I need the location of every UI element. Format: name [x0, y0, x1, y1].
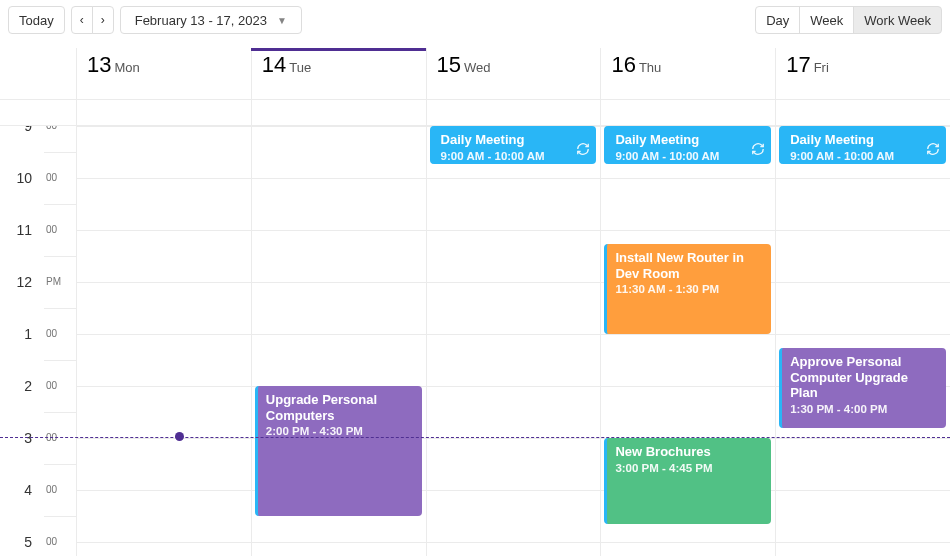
time-cell[interactable] [775, 231, 950, 282]
allday-cell[interactable] [775, 100, 950, 125]
time-cell[interactable] [775, 179, 950, 230]
day-number: 16 [611, 52, 635, 78]
day-number: 17 [786, 52, 810, 78]
hour-row: 1000 [0, 178, 950, 230]
calendar-event[interactable]: Approve Personal Computer Upgrade Plan1:… [779, 348, 946, 428]
view-workweek-button[interactable]: Work Week [853, 6, 942, 34]
day-header[interactable]: 14Tue [251, 48, 426, 99]
calendar-event[interactable]: Daily Meeting9:00 AM - 10:00 AM [604, 126, 771, 164]
calendar-event[interactable]: Daily Meeting9:00 AM - 10:00 AM [430, 126, 597, 164]
time-cell[interactable] [251, 179, 426, 230]
time-cell[interactable] [600, 179, 775, 230]
calendar-allday-row [0, 100, 950, 126]
hour-row: 300 [0, 438, 950, 490]
calendar-event[interactable]: New Brochures3:00 PM - 4:45 PM [604, 438, 771, 524]
event-title: Approve Personal Computer Upgrade Plan [790, 354, 938, 401]
day-number: 15 [437, 52, 461, 78]
hour-row: 400 [0, 490, 950, 542]
hour-label: 11 [10, 222, 32, 238]
chevron-left-icon: ‹ [80, 14, 84, 26]
event-time: 11:30 AM - 1:30 PM [615, 283, 763, 295]
hour-sublabel: 00 [46, 328, 57, 339]
calendar-time-grid[interactable]: 9001000110012PM100200300400500 [0, 126, 950, 556]
time-cell[interactable] [426, 491, 601, 542]
time-cell[interactable] [426, 335, 601, 386]
time-cell[interactable] [426, 231, 601, 282]
hour-label: 10 [10, 170, 32, 186]
calendar-toolbar: Today ‹ › February 13 - 17, 2023 ▼ Day W… [0, 0, 950, 42]
hour-label: 2 [10, 378, 32, 394]
time-cell[interactable] [251, 543, 426, 556]
hour-label: 1 [10, 326, 32, 342]
time-cell[interactable] [600, 335, 775, 386]
time-cell[interactable] [76, 283, 251, 334]
caret-down-icon: ▼ [277, 15, 287, 26]
time-cell[interactable] [600, 543, 775, 556]
today-button[interactable]: Today [8, 6, 65, 34]
time-cell[interactable] [426, 439, 601, 490]
weekday-label: Wed [464, 60, 491, 75]
event-title: Daily Meeting [615, 132, 763, 148]
calendar-header-row: 13Mon14Tue15Wed16Thu17Fri [0, 48, 950, 100]
allday-cell[interactable] [600, 100, 775, 125]
time-cell[interactable] [775, 543, 950, 556]
time-cell[interactable] [251, 335, 426, 386]
day-header[interactable]: 15Wed [426, 48, 601, 99]
time-cell[interactable] [775, 491, 950, 542]
time-cell[interactable] [76, 231, 251, 282]
hour-gutter: 500 [0, 542, 76, 556]
day-header[interactable]: 16Thu [600, 48, 775, 99]
weekday-label: Mon [114, 60, 139, 75]
time-cell[interactable] [426, 387, 601, 438]
time-cell[interactable] [76, 439, 251, 490]
event-title: Daily Meeting [441, 132, 589, 148]
hour-sublabel: 00 [46, 224, 57, 235]
calendar-surface: 13Mon14Tue15Wed16Thu17Fri 9001000110012P… [0, 48, 950, 556]
event-time: 3:00 PM - 4:45 PM [615, 462, 763, 474]
time-cell[interactable] [76, 127, 251, 178]
hour-sublabel: 00 [46, 380, 57, 391]
event-time: 9:00 AM - 10:00 AM [615, 150, 763, 162]
date-range-picker[interactable]: February 13 - 17, 2023 ▼ [120, 6, 302, 34]
allday-cell[interactable] [251, 100, 426, 125]
time-cell[interactable] [426, 543, 601, 556]
hour-label: 3 [10, 430, 32, 446]
calendar-event[interactable]: Install New Router in Dev Room11:30 AM -… [604, 244, 771, 334]
hour-label: 5 [10, 534, 32, 550]
time-cell[interactable] [251, 127, 426, 178]
allday-cell[interactable] [426, 100, 601, 125]
weekday-label: Tue [289, 60, 311, 75]
time-cell[interactable] [76, 491, 251, 542]
calendar-event[interactable]: Daily Meeting9:00 AM - 10:00 AM [779, 126, 946, 164]
time-cell[interactable] [76, 387, 251, 438]
day-header[interactable]: 13Mon [76, 48, 251, 99]
allday-cell[interactable] [76, 100, 251, 125]
view-week-button[interactable]: Week [799, 6, 854, 34]
event-title: Upgrade Personal Computers [266, 392, 414, 423]
time-cell[interactable] [76, 543, 251, 556]
hour-label: 4 [10, 482, 32, 498]
current-time-indicator [0, 437, 950, 438]
next-button[interactable]: › [92, 6, 114, 34]
recurrence-icon [576, 142, 590, 159]
time-cell[interactable] [76, 335, 251, 386]
event-time: 1:30 PM - 4:00 PM [790, 403, 938, 415]
time-cell[interactable] [600, 387, 775, 438]
time-cell[interactable] [775, 439, 950, 490]
event-title: New Brochures [615, 444, 763, 460]
event-time: 9:00 AM - 10:00 AM [790, 150, 938, 162]
hour-row: 500 [0, 542, 950, 556]
time-cell[interactable] [251, 231, 426, 282]
nav-buttons-group: ‹ › [71, 6, 114, 34]
time-cell[interactable] [76, 179, 251, 230]
time-cell[interactable] [775, 283, 950, 334]
prev-button[interactable]: ‹ [71, 6, 93, 34]
view-day-button[interactable]: Day [755, 6, 800, 34]
time-cell[interactable] [251, 283, 426, 334]
time-cell[interactable] [426, 179, 601, 230]
day-header[interactable]: 17Fri [775, 48, 950, 99]
hour-row: 12PM [0, 282, 950, 334]
time-cell[interactable] [426, 283, 601, 334]
day-number: 13 [87, 52, 111, 78]
calendar-event[interactable]: Upgrade Personal Computers2:00 PM - 4:30… [255, 386, 422, 516]
